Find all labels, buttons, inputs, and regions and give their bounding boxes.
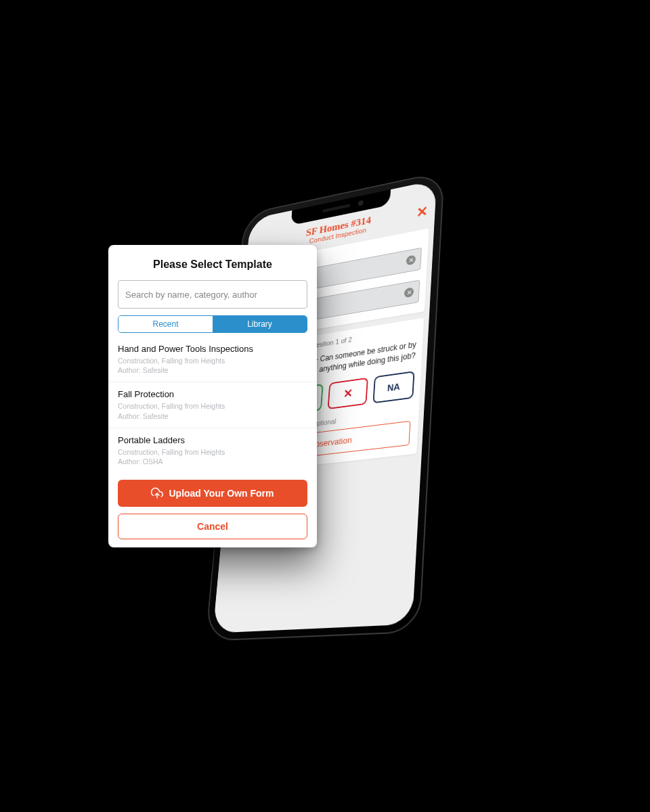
stage: SF Homes #314 Conduct Inspection ✕ Inspe… xyxy=(0,0,650,812)
answer-na-button[interactable]: NA xyxy=(372,371,414,403)
template-list: Hand and Power Tools Inspections Constru… xyxy=(108,337,317,473)
answer-no-button[interactable]: ✕ xyxy=(328,377,368,409)
modal-title: Please Select Template xyxy=(118,258,307,271)
search-placeholder: Search by name, category, author xyxy=(125,290,257,300)
list-item[interactable]: Hand and Power Tools Inspections Constru… xyxy=(108,337,317,382)
clear-icon[interactable]: ✕ xyxy=(404,288,414,298)
tabs: Recent Library xyxy=(118,315,307,333)
clear-icon[interactable]: ✕ xyxy=(406,255,416,266)
template-name: Hand and Power Tools Inspections xyxy=(118,344,307,354)
cancel-button[interactable]: Cancel xyxy=(118,514,307,539)
template-picker-modal: Please Select Template Search by name, c… xyxy=(108,245,317,547)
tab-library[interactable]: Library xyxy=(213,316,307,332)
upload-form-button[interactable]: Upload Your Own Form xyxy=(118,480,307,507)
template-author: Author: Safesite xyxy=(118,411,307,421)
search-input[interactable]: Search by name, category, author xyxy=(118,280,307,309)
template-author: Author: Safesite xyxy=(118,365,307,375)
close-icon[interactable]: ✕ xyxy=(416,204,428,220)
template-author: Author: OSHA xyxy=(118,457,307,466)
template-category: Construction, Falling from Heights xyxy=(118,401,307,411)
cloud-upload-icon xyxy=(151,487,163,499)
upload-form-label: Upload Your Own Form xyxy=(169,488,274,499)
template-name: Portable Ladders xyxy=(118,435,307,445)
template-category: Construction, Falling from Heights xyxy=(118,356,307,365)
list-item[interactable]: Portable Ladders Construction, Falling f… xyxy=(108,428,317,473)
template-name: Fall Protection xyxy=(118,389,307,399)
template-category: Construction, Falling from Heights xyxy=(118,447,307,457)
tab-recent[interactable]: Recent xyxy=(118,316,213,332)
list-item[interactable]: Fall Protection Construction, Falling fr… xyxy=(108,382,317,428)
phone-3d-scene: SF Homes #314 Conduct Inspection ✕ Inspe… xyxy=(325,406,559,812)
